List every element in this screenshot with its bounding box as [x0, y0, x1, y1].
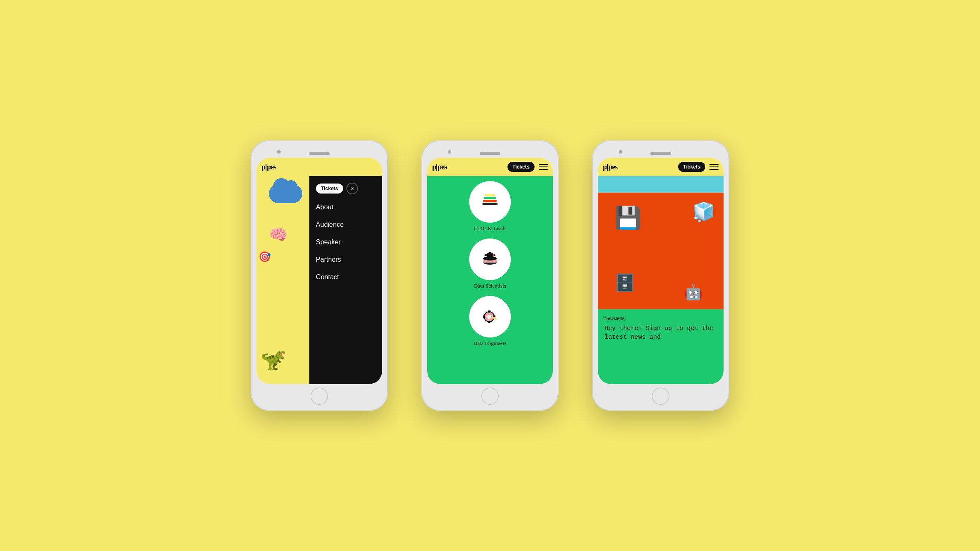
audience-data-scientists: Data Scientists — [469, 238, 511, 289]
logo: ppes — [432, 163, 447, 171]
menu-item-audience[interactable]: Audience — [316, 217, 376, 233]
camera-dot — [619, 150, 622, 154]
cradle-icon: 🎯 — [259, 251, 271, 263]
tickets-button[interactable]: Tickets — [678, 162, 705, 172]
cube-icon: 🧊 — [692, 201, 715, 223]
cto-label: CTOs & Leads — [474, 225, 506, 232]
menu-item-speaker[interactable]: Speaker — [316, 234, 376, 250]
speaker — [480, 152, 500, 155]
svg-rect-11 — [493, 254, 494, 257]
newsletter-text: Hey there! Sign up to get the latest new… — [604, 324, 717, 342]
phone2-screen: ppes Tickets — [427, 158, 553, 384]
menu-item-partners[interactable]: Partners — [316, 252, 376, 268]
logo: ppes — [261, 163, 276, 171]
audience-data-engineers: Data Engineers — [469, 296, 511, 347]
menu-tickets-button[interactable]: Tickets — [316, 184, 343, 194]
camera-dot — [448, 150, 451, 154]
logo: ppes — [603, 163, 617, 171]
newsletter-label: Newsletter — [604, 316, 717, 321]
phone-1: ppes 🧠 🎯 🦖 Tickets × About Audience Spea… — [251, 140, 388, 411]
close-menu-button[interactable]: × — [346, 183, 358, 194]
speaker — [650, 152, 671, 155]
cloud-shape — [269, 184, 302, 203]
menu-overlay: Tickets × About Audience Speaker Partner… — [309, 176, 382, 384]
home-button[interactable] — [311, 387, 328, 405]
phone-3: ppes Tickets 💾 🧊 🗄️ 🤖 Newsletter — [592, 140, 729, 411]
phone2-audience: CTOs & Leads D — [427, 176, 553, 384]
svg-rect-10 — [489, 255, 491, 258]
menu-item-about[interactable]: About — [316, 199, 376, 215]
home-button[interactable] — [481, 387, 499, 405]
illustration-area: 🧠 🎯 🦖 — [256, 176, 309, 384]
database-icon: 🗄️ — [614, 273, 635, 293]
data-scientists-label: Data Scientists — [474, 283, 506, 289]
data-scientists-icon — [469, 238, 511, 280]
phone1-screen: ppes 🧠 🎯 🦖 Tickets × About Audience Spea… — [256, 158, 382, 384]
brain-icon: 🧠 — [269, 226, 288, 243]
home-button[interactable] — [652, 387, 669, 405]
svg-rect-16 — [488, 321, 490, 323]
phone3-content: 💾 🧊 🗄️ 🤖 Newsletter Hey there! Sign up t… — [598, 176, 724, 384]
menu-header: Tickets × — [316, 183, 376, 194]
svg-rect-17 — [483, 315, 485, 318]
phone1-content: 🧠 🎯 🦖 Tickets × About Audience Speaker P… — [256, 176, 382, 384]
svg-rect-15 — [488, 310, 490, 313]
svg-rect-2 — [483, 200, 497, 202]
menu-item-contact[interactable]: Contact — [316, 269, 376, 285]
newsletter-section: Newsletter Hey there! Sign up to get the… — [598, 309, 724, 384]
camera-dot — [277, 150, 281, 154]
speaker — [309, 152, 330, 155]
phone1-bottom — [311, 384, 328, 405]
dino-icon: 🦖 — [261, 347, 286, 372]
cyan-band — [598, 176, 724, 193]
phone1-header: ppes — [256, 158, 382, 176]
robot-icon: 🤖 — [684, 283, 703, 301]
svg-rect-4 — [485, 194, 495, 196]
data-engineers-label: Data Engineers — [473, 340, 507, 347]
data-engineers-icon — [469, 296, 511, 338]
hamburger-icon[interactable] — [709, 164, 719, 170]
phone2-header: ppes Tickets — [427, 158, 553, 176]
svg-rect-1 — [483, 203, 497, 205]
phone-2: ppes Tickets — [421, 140, 559, 411]
cto-icon — [469, 181, 511, 223]
phone3-bottom — [652, 384, 669, 405]
hamburger-icon[interactable] — [539, 164, 548, 170]
tickets-button[interactable]: Tickets — [507, 162, 535, 172]
orange-section: 💾 🧊 🗄️ 🤖 — [598, 193, 724, 309]
phone2-bottom — [481, 384, 499, 405]
audience-cto: CTOs & Leads — [469, 181, 511, 232]
svg-rect-3 — [484, 197, 496, 199]
floppy-icon: 💾 — [614, 205, 642, 231]
phone3-header: ppes Tickets — [598, 158, 724, 176]
svg-point-14 — [487, 315, 491, 319]
phone3-screen: ppes Tickets 💾 🧊 🗄️ 🤖 Newsletter — [598, 158, 724, 384]
